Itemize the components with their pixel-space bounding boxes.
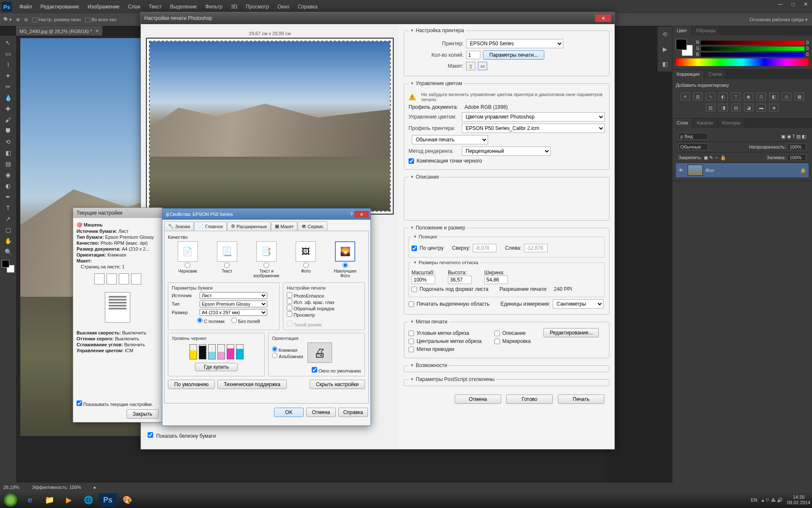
workspace-selector[interactable]: Основная рабочая среда ▾ [749,17,808,22]
adj-hue-icon[interactable]: ◉ [744,93,753,100]
window-minimize-icon[interactable]: — [774,0,787,8]
borders-radio[interactable] [197,318,203,323]
close-tab-icon[interactable]: ✕ [95,28,99,34]
opacity-input[interactable] [787,144,806,150]
adj-lut-icon[interactable]: ▨ [706,104,715,111]
tab-swatches[interactable]: Образцы [692,26,720,36]
quality-photo-radio[interactable] [303,262,309,268]
print-cancel-button[interactable]: Отмена [455,395,501,404]
menu-window[interactable]: Окно [273,4,294,10]
print-mode-select[interactable]: Обычная печать [412,135,488,144]
adj-mixer-icon[interactable]: ▦ [795,93,804,100]
menu-type[interactable]: Текст [145,4,166,10]
reverse-checkbox[interactable] [287,305,292,310]
actions-panel-icon[interactable]: ▶ [663,46,667,52]
printer-select[interactable]: EPSON P50 Series [466,39,563,48]
units-select[interactable]: Сантиметры [553,299,604,309]
quality-text-radio[interactable] [224,262,230,268]
blackpoint-checkbox[interactable] [409,158,414,164]
pen-tool-icon[interactable]: ✒ [2,191,14,202]
blend-mode-select[interactable] [678,144,708,150]
marquee-tool-icon[interactable]: ▭ [2,48,14,59]
epson-help-button[interactable]: Справка [338,408,368,417]
tray-icons[interactable]: ▴ ⚐ 🖧 🔊 [762,497,783,503]
zoom-in-icon[interactable]: ⊕ [16,17,20,22]
epson-tab-icons[interactable]: 🔧Значки [164,221,194,231]
landscape-radio[interactable] [272,353,277,358]
opt-resize-checkbox[interactable] [32,17,37,22]
color-handling-select[interactable]: Цветом управляет Photoshop [462,112,605,121]
visibility-icon[interactable]: 👁 [678,168,685,173]
epson-cancel-button[interactable]: Отмена [306,408,336,417]
lasso-tool-icon[interactable]: ⌇ [2,59,14,70]
show-paper-white-checkbox[interactable] [148,432,153,438]
ie-icon[interactable]: e [21,493,39,507]
layer-kind-select[interactable] [678,133,708,140]
adj-levels-icon[interactable]: ▥ [693,93,702,100]
adj-vibrance-icon[interactable]: ▽ [731,93,741,100]
epson-type-select[interactable]: Epson Premium Glossy [200,301,267,307]
adj-selcolor-icon[interactable]: ◈ [769,104,779,111]
height-input[interactable] [448,276,472,284]
blur-tool-icon[interactable]: ◉ [2,169,14,180]
quality-draft-radio[interactable] [185,262,190,268]
redeye-checkbox[interactable] [287,298,292,304]
adj-bw-icon[interactable]: ◧ [769,93,779,100]
type-tool-icon[interactable]: T [2,202,14,213]
adj-gradmap-icon[interactable]: ▬ [757,104,766,111]
copies-input[interactable] [466,51,480,59]
lang-indicator[interactable]: EN [751,497,757,502]
default-window-checkbox[interactable] [312,367,317,373]
media-icon[interactable]: ▶ [60,493,78,507]
hand-tool-icon[interactable]: ✋ [2,235,14,246]
adj-curves-icon[interactable]: ∿ [706,93,715,100]
quality-best-radio[interactable] [343,262,348,268]
support-button[interactable]: Техническая поддержка [217,380,287,389]
photoshop-taskbar-icon[interactable]: Ps [99,493,117,507]
menu-help[interactable]: Справка [294,4,322,10]
menu-select[interactable]: Выделение [166,4,201,10]
epson-tab-main[interactable]: 📄Главное [194,221,227,231]
layer-row[interactable]: 👁 Фон 🔒 [676,163,809,177]
start-button[interactable] [2,493,19,507]
layout-landscape-icon[interactable]: ▭ [478,62,487,70]
zoom-out-icon[interactable]: ⊖ [24,17,28,22]
menu-edit[interactable]: Редактирование [36,4,83,10]
adj-invert-icon[interactable]: ◨ [719,104,728,111]
description-checkbox[interactable] [494,331,500,336]
printer-profile-select[interactable]: EPSON P50 Series_Calibr 2.icm [462,124,605,133]
properties-panel-icon[interactable]: ◧ [662,61,668,67]
defaults-button[interactable]: По умолчанию [168,380,215,389]
color-swatches[interactable] [2,260,14,273]
menu-layers[interactable]: Слои [124,4,145,10]
epson-tab-layout[interactable]: ▦Макет [271,221,297,231]
g-slider[interactable] [701,47,805,51]
dialog-close-icon[interactable]: ✕ [595,14,611,22]
adj-poster-icon[interactable]: ▤ [731,104,741,111]
center-checkbox[interactable] [411,246,417,251]
hide-settings-button[interactable]: Скрыть настройки [310,380,365,389]
fill-input[interactable] [787,154,806,161]
move-tool-icon[interactable]: ↖ [2,37,14,48]
dodge-tool-icon[interactable]: ◐ [2,180,14,191]
gradient-tool-icon[interactable]: ▤ [2,158,14,169]
r-slider[interactable] [701,41,804,45]
corner-marks-checkbox[interactable] [409,331,414,336]
adj-exposure-icon[interactable]: ◐ [719,93,728,100]
layout-portrait-icon[interactable]: ▯ [466,62,475,70]
adj-photo-icon[interactable]: ◎ [782,93,791,100]
preview-checkbox[interactable] [287,311,292,317]
chrome-icon[interactable]: 🌐 [80,493,97,507]
epson-close-icon[interactable]: ✕ [354,211,369,218]
rendering-intent-select[interactable]: Перцепционный [462,146,551,156]
print-done-button[interactable]: Готово [506,395,553,404]
window-maximize-icon[interactable]: □ [787,0,799,8]
labels-checkbox[interactable] [494,339,500,344]
tab-color[interactable]: Цвет [672,26,692,36]
brush-tool-icon[interactable]: 🖌 [2,114,14,125]
print-selection-checkbox[interactable] [409,301,414,307]
tab-styles[interactable]: Стили [704,70,727,79]
shape-tool-icon[interactable]: ▢ [2,224,14,235]
collapsed-panels[interactable]: ⟲ ▶ ◧ [657,26,672,72]
epson-size-select[interactable]: A4 (210 x 297 мм) [200,309,267,316]
